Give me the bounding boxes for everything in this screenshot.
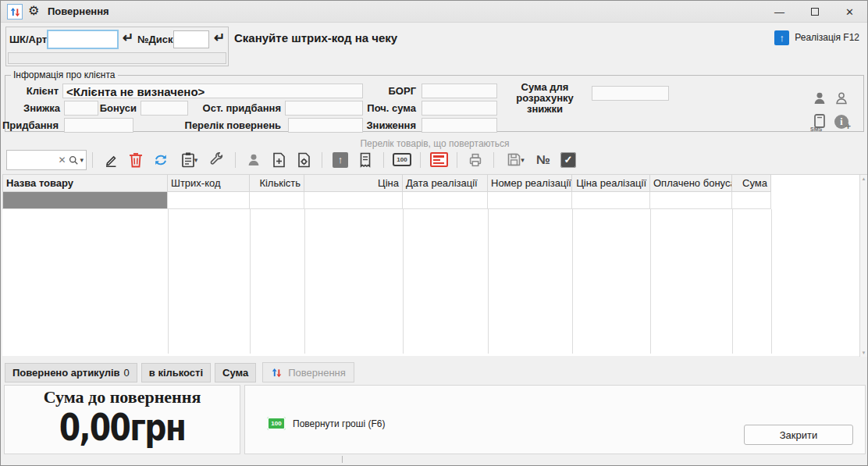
checkbox-icon: ✓ bbox=[560, 152, 576, 168]
cash-button[interactable]: 100 bbox=[391, 150, 413, 170]
toolbar-separator bbox=[383, 152, 384, 168]
vertical-scrollbar[interactable]: ▲ ▼ bbox=[859, 175, 867, 357]
disc-number-input[interactable] bbox=[173, 30, 209, 48]
grid-line bbox=[650, 209, 651, 354]
column-header[interactable]: Сума bbox=[732, 175, 771, 192]
new-document-button[interactable] bbox=[268, 150, 290, 170]
toolbar-separator bbox=[420, 152, 421, 168]
column-header[interactable]: Кількість bbox=[250, 175, 304, 192]
plus-icon: + bbox=[845, 121, 851, 132]
column-header[interactable]: Номер реалізації bbox=[488, 175, 572, 192]
discount-base-field bbox=[592, 86, 669, 101]
grid-line bbox=[732, 209, 733, 354]
search-clear-icon[interactable]: ✕ bbox=[58, 155, 66, 165]
bonus-field bbox=[141, 101, 188, 116]
client-info-group: Інформація про клієнта Клієнт <Клієнта н… bbox=[5, 75, 864, 132]
scroll-up-icon[interactable]: ▲ bbox=[862, 175, 866, 183]
scroll-down-icon[interactable]: ▼ bbox=[862, 349, 866, 357]
column-header[interactable]: Назва товару bbox=[2, 175, 168, 192]
realization-label: Реалізація F12 bbox=[795, 32, 859, 43]
number-button[interactable]: № bbox=[532, 150, 554, 170]
minimize-button[interactable]: — bbox=[762, 1, 797, 23]
sms-button[interactable]: SMS bbox=[809, 112, 830, 132]
person-outline-icon bbox=[833, 90, 850, 107]
toolbar-separator bbox=[322, 152, 322, 168]
scan-group: ШК/Арт ↵ №Диск. ↵ bbox=[5, 27, 229, 66]
column-header[interactable]: Ціна реалізації bbox=[572, 175, 650, 192]
receipt-icon bbox=[358, 151, 373, 169]
realization-up-icon: ↑ bbox=[774, 30, 789, 45]
delete-button[interactable] bbox=[125, 150, 147, 170]
pencil-icon bbox=[102, 151, 119, 169]
returns-list-field bbox=[288, 118, 363, 133]
close-button[interactable]: ✕ bbox=[832, 1, 867, 23]
strip-divider bbox=[342, 456, 343, 463]
column-header[interactable]: Дата реалізації bbox=[403, 175, 488, 192]
toolbar-separator bbox=[92, 152, 93, 168]
items-caption: Перелік товарів, що повертаються bbox=[1, 138, 868, 149]
upload-return-button[interactable]: ↑ bbox=[329, 150, 351, 170]
return-money-label: Повернути гроші (F6) bbox=[293, 418, 385, 429]
sku-input[interactable] bbox=[47, 30, 119, 49]
selected-cell[interactable] bbox=[2, 192, 168, 209]
close-dialog-button[interactable]: Закрити bbox=[744, 425, 853, 445]
save-dropdown-icon: ▾ bbox=[521, 156, 525, 164]
search-dropdown-icon[interactable]: ▾ bbox=[80, 156, 84, 164]
debt-label: БОРГ bbox=[389, 85, 417, 97]
returns-tab-label: Повернення bbox=[288, 367, 346, 379]
app-icon bbox=[7, 4, 23, 20]
column-header[interactable]: Оплачено бонусами bbox=[650, 175, 732, 192]
grid-line bbox=[488, 209, 489, 354]
maximize-icon bbox=[811, 8, 819, 16]
document-gear-icon bbox=[296, 151, 311, 169]
trash-icon bbox=[128, 151, 144, 169]
receipt-button[interactable] bbox=[354, 150, 376, 170]
search-icon[interactable] bbox=[67, 154, 80, 166]
table-row[interactable] bbox=[2, 192, 867, 209]
search-box[interactable]: ✕ ▾ bbox=[6, 150, 87, 170]
column-header[interactable]: Штрих-код bbox=[168, 175, 250, 192]
toolbar-separator bbox=[493, 152, 494, 168]
toolbar: ✕ ▾ bbox=[6, 149, 581, 170]
returned-articles-panel: Повернено артикулів 0 bbox=[5, 363, 137, 382]
returns-tab[interactable]: Повернення bbox=[262, 362, 354, 382]
updown-arrows-icon bbox=[271, 367, 283, 379]
column-header[interactable]: Ціна bbox=[304, 175, 403, 192]
client-info-legend: Інформація про клієнта bbox=[11, 69, 118, 80]
settings-gear-icon[interactable]: ⚙ bbox=[28, 3, 39, 18]
grid-line bbox=[250, 209, 251, 354]
scan-status-strip bbox=[8, 52, 226, 64]
returned-articles-count: 0 bbox=[124, 367, 130, 379]
table-header: Назва товару Штрих-код Кількість Ціна Да… bbox=[2, 175, 867, 192]
document-menu-button[interactable]: ▾ bbox=[175, 150, 203, 170]
save-menu-button[interactable]: ▾ bbox=[501, 150, 529, 170]
items-table: Назва товару Штрих-код Кількість Ціна Да… bbox=[2, 174, 867, 356]
edit-button[interactable] bbox=[100, 150, 122, 170]
document-settings-button[interactable] bbox=[293, 150, 315, 170]
client-info-add-button[interactable]: i + bbox=[831, 112, 852, 132]
wrench-icon bbox=[208, 151, 226, 169]
maximize-button[interactable] bbox=[797, 1, 832, 23]
search-input[interactable] bbox=[7, 155, 56, 165]
tools-button[interactable] bbox=[206, 150, 228, 170]
client-person-outline-button[interactable] bbox=[831, 88, 852, 108]
refresh-button[interactable] bbox=[150, 150, 172, 170]
client-label: Клієнт bbox=[27, 85, 59, 97]
person-filled-icon bbox=[811, 90, 828, 107]
discount-label: Знижка bbox=[23, 102, 60, 114]
report-lines-button[interactable] bbox=[428, 150, 450, 170]
red-lines-icon bbox=[430, 152, 448, 167]
toolbar-separator bbox=[235, 152, 236, 168]
sum-panel: Сума bbox=[215, 363, 256, 382]
realization-button[interactable]: ↑ Реалізація F12 bbox=[774, 29, 859, 46]
print-button[interactable] bbox=[464, 150, 486, 170]
window-title: Повернення bbox=[48, 5, 109, 17]
client-button[interactable] bbox=[243, 150, 265, 170]
return-money-button[interactable]: 100 Повернути гроші (F6) bbox=[267, 417, 385, 430]
purchases-label: Придбання bbox=[2, 119, 59, 131]
client-person-button[interactable] bbox=[809, 88, 830, 108]
initial-sum-field bbox=[422, 101, 497, 116]
select-all-button[interactable]: ✓ bbox=[557, 150, 579, 170]
grid-line bbox=[572, 209, 573, 354]
disc-number-label: №Диск. bbox=[137, 34, 176, 45]
